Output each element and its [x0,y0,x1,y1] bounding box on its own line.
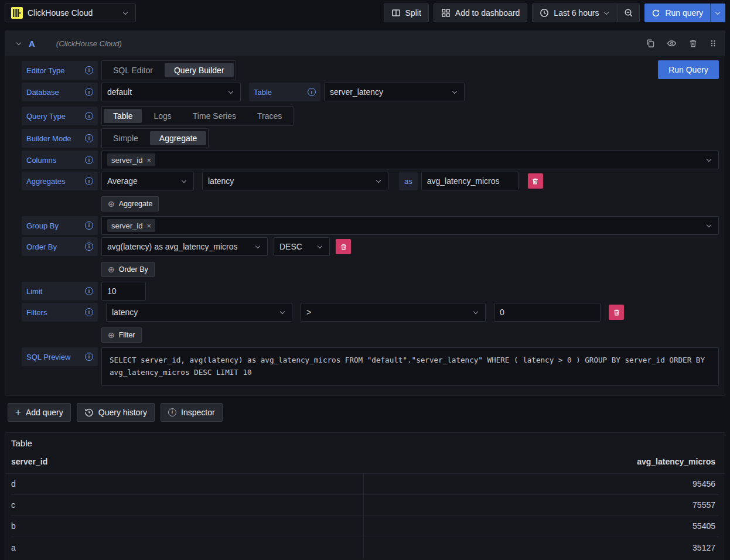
info-icon[interactable] [85,88,93,96]
inspector-label: Inspector [181,408,215,417]
label-text: Order By [26,243,57,251]
info-icon[interactable] [85,243,93,251]
database-value: default [107,87,132,97]
database-select[interactable]: default [101,83,241,101]
drag-handle[interactable] [708,37,718,49]
add-aggregate-label: Aggregate [119,200,153,208]
filter-column-select[interactable]: latency [106,303,292,322]
remove-tag-icon[interactable] [146,156,151,164]
remove-filter-button[interactable] [609,305,624,320]
order-by-field-select[interactable]: avg(latency) as avg_latency_micros [101,237,268,256]
query-type-switch: Table Logs Time Series Traces [101,106,294,126]
query-datasource-hint: (ClickHouse Cloud) [56,39,122,48]
group-by-multiselect[interactable]: server_id [101,216,719,235]
chevron-down-icon [706,223,713,228]
info-icon[interactable] [85,156,93,164]
info-icon[interactable] [85,221,93,230]
add-filter-label: Filter [119,331,135,339]
limit-input[interactable] [101,282,146,301]
order-by-expression: avg(latency) as avg_latency_micros [107,242,238,251]
query-type-option-time-series[interactable]: Time Series [183,109,245,123]
cell-server-id: c [11,495,364,515]
editor-type-option-query-builder[interactable]: Query Builder [165,63,234,77]
remove-aggregate-button[interactable] [528,173,543,189]
remove-query-button[interactable] [687,37,699,49]
query-ref-id[interactable]: A [29,39,35,49]
add-aggregate-button[interactable]: Aggregate [101,196,159,211]
column-header-avg-latency-micros[interactable]: avg_latency_micros [364,457,719,466]
info-icon[interactable] [85,177,93,185]
table-row[interactable]: b 55405 [11,516,719,537]
run-query-button[interactable]: Run query [644,4,710,22]
cell-avg-latency: 35127 [364,537,719,558]
datasource-picker[interactable]: ClickHouse Cloud [5,4,136,22]
aggregate-function-select[interactable]: Average [101,172,194,190]
builder-mode-option-aggregate[interactable]: Aggregate [150,131,207,145]
query-type-option-table[interactable]: Table [104,109,142,123]
info-icon[interactable] [85,287,93,295]
time-range-picker[interactable]: Last 6 hours [532,4,618,22]
history-icon [84,408,94,417]
label-text: Group By [26,221,59,230]
table-value: server_latency [330,87,383,97]
info-icon[interactable] [85,134,93,142]
chevron-down-icon [122,10,129,16]
query-type-option-traces[interactable]: Traces [248,109,291,123]
clock-icon [540,8,549,18]
table-row[interactable]: a 35127 [11,537,719,558]
split-button[interactable]: Split [384,4,429,22]
label-text: Editor Type [26,66,65,75]
inspector-button[interactable]: Inspector [161,403,223,422]
info-icon[interactable] [85,112,93,120]
plus-circle-icon [108,265,115,274]
table-select[interactable]: server_latency [324,83,465,101]
info-icon[interactable] [85,66,93,74]
filter-value-input[interactable] [494,303,601,322]
plus-circle-icon [108,200,115,208]
column-tag-label: server_id [111,156,142,165]
database-label: Database [22,83,98,101]
table-row[interactable]: d 95456 [11,474,719,495]
chevron-down-icon [317,244,324,250]
aggregate-alias-input[interactable] [421,172,518,190]
add-order-by-button[interactable]: Order By [101,262,155,277]
info-icon[interactable] [308,88,316,96]
info-icon[interactable] [85,308,93,316]
chevron-down-icon [279,309,286,315]
label-text: Filters [26,308,47,317]
duplicate-query-button[interactable] [644,37,656,49]
order-by-direction: DESC [279,242,302,251]
order-by-direction-select[interactable]: DESC [274,237,330,256]
group-by-label: Group By [22,216,98,235]
info-icon[interactable] [85,353,93,361]
remove-tag-icon[interactable] [146,222,151,230]
zoom-out-time-button[interactable] [618,4,640,22]
add-query-button[interactable]: Add query [8,403,71,422]
query-history-button[interactable]: Query history [77,403,155,422]
query-row-header[interactable]: A (ClickHouse Cloud) [5,31,725,56]
datasource-name: ClickHouse Cloud [28,8,93,18]
cell-avg-latency: 95456 [364,474,719,494]
sync-icon [651,9,660,18]
query-type-option-logs[interactable]: Logs [144,109,180,123]
columns-multiselect[interactable]: server_id [101,151,719,169]
label-text: Limit [26,287,42,296]
run-query-dropdown[interactable] [710,4,725,22]
run-query-inline-button[interactable]: Run Query [658,60,719,79]
builder-mode-option-simple[interactable]: Simple [104,131,148,145]
filter-operator-select[interactable]: > [301,303,486,322]
add-filter-button[interactable]: Filter [101,327,142,343]
split-label: Split [405,8,421,18]
remove-order-by-button[interactable] [336,239,351,254]
hide-query-button[interactable] [666,37,678,49]
plus-icon [15,407,21,417]
editor-type-option-sql-editor[interactable]: SQL Editor [104,63,162,77]
column-header-server-id[interactable]: server_id [11,457,364,466]
collapse-chevron-icon[interactable] [16,40,23,46]
chevron-down-icon [452,89,459,95]
add-to-dashboard-button[interactable]: Add to dashboard [434,4,528,22]
aggregate-column-select[interactable]: latency [202,172,388,190]
table-row[interactable]: c 75557 [11,495,719,516]
order-by-label: Order By [22,237,98,256]
columns-label: Columns [22,151,98,169]
